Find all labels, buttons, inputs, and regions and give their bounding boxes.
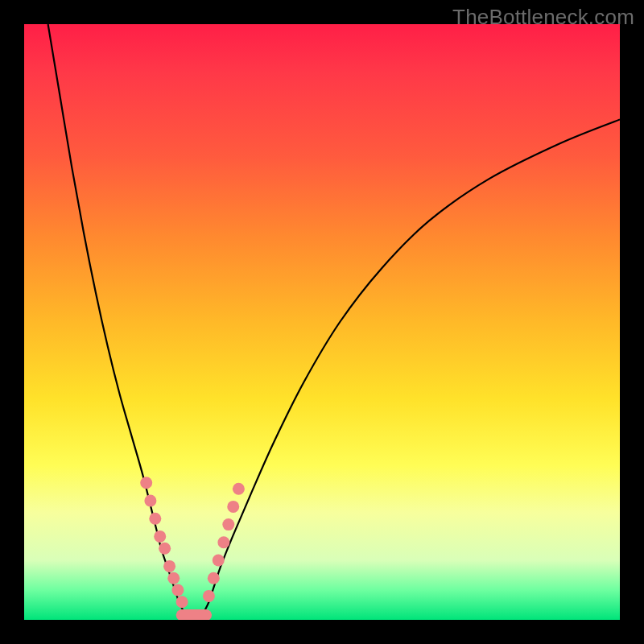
marker-dot [163, 560, 175, 572]
marker-dot [154, 530, 166, 543]
marker-dot [167, 572, 180, 584]
marker-dot [233, 483, 245, 495]
marker-dot [227, 501, 239, 513]
markers-right [203, 483, 245, 602]
plot-area [24, 24, 620, 620]
chart-frame: TheBottleneck.com [0, 0, 644, 644]
marker-dot [203, 590, 215, 602]
markers-left [140, 477, 188, 608]
marker-dot [208, 572, 220, 584]
curve-svg [24, 24, 620, 620]
left-curve [48, 24, 185, 614]
marker-dot [213, 555, 225, 567]
marker-dot [140, 477, 152, 489]
marker-dot [222, 518, 234, 530]
bottom-marker-bar [176, 609, 212, 620]
marker-dot [149, 513, 161, 525]
marker-dot [144, 495, 156, 507]
right-curve [203, 119, 620, 613]
marker-dot [171, 584, 184, 597]
marker-dot [217, 536, 229, 548]
marker-dot [176, 596, 188, 608]
marker-dot [159, 543, 171, 555]
